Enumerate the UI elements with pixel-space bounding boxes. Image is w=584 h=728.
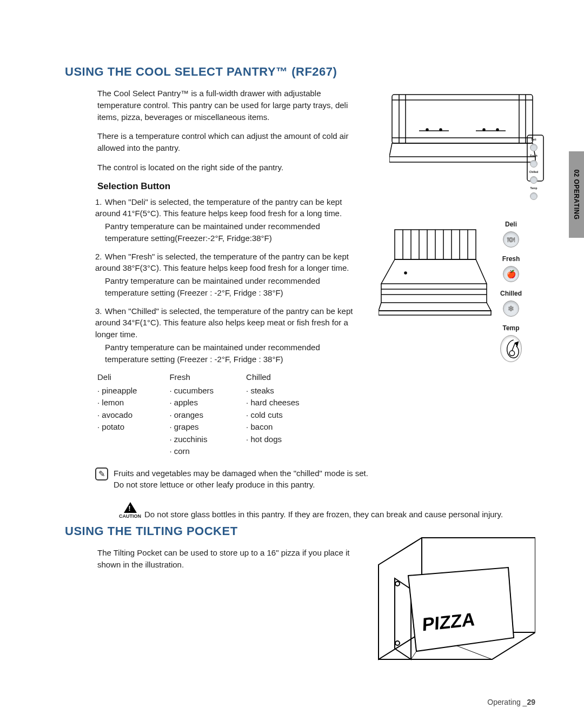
note-line1: Fruits and vegetables may be damaged whe…	[114, 467, 368, 479]
col-item: · apples	[169, 397, 214, 409]
button-dot-icon	[530, 192, 537, 200]
item-num: 1.	[95, 196, 105, 208]
col-item: · corn	[169, 445, 214, 458]
big-label-chilled: Chilled	[500, 290, 522, 297]
fresh-button-icon: 🍎	[503, 266, 519, 282]
svg-point-28	[509, 351, 515, 356]
col-head: Chilled	[246, 371, 299, 384]
button-dot-icon	[530, 144, 537, 151]
selection-list: 1.When "Deli" is selected, the temperatu…	[95, 196, 355, 365]
warning-icon	[124, 502, 137, 513]
list-item: 3.When "Chilled" is selected, the temper…	[95, 305, 355, 365]
col-item: · potato	[97, 421, 137, 433]
footer-label: Operating _	[487, 698, 527, 706]
temp-button-icon	[500, 335, 522, 362]
mini-label-deli: Deli	[531, 138, 536, 141]
item-num: 2.	[95, 251, 105, 263]
col-item: · cold cuts	[246, 409, 299, 422]
svg-rect-24	[379, 311, 491, 315]
col-deli: Deli · pineapple · lemon · avocado · pot…	[97, 371, 137, 458]
section1-title: USING THE COOL SELECT PANTRY™ (RF267)	[65, 65, 535, 79]
col-head: Deli	[97, 371, 137, 384]
s2-p1: The Tilting Pocket can be used to store …	[97, 547, 357, 571]
svg-point-32	[395, 641, 400, 645]
col-item: · pineapple	[97, 385, 137, 397]
caution-row: CAUTION Do not store glass bottles in th…	[119, 502, 535, 519]
col-item: · oranges	[169, 409, 214, 422]
svg-rect-0	[392, 95, 533, 143]
col-item: · zucchinis	[169, 433, 214, 446]
col-fresh: Fresh · cucumbers · apples · oranges · g…	[169, 371, 214, 458]
col-item: · cucumbers	[169, 385, 214, 397]
item-cont: Pantry temperature can be maintained und…	[105, 275, 355, 299]
list-item: 2.When "Fresh" is selected, the temperat…	[95, 251, 355, 299]
big-label-temp: Temp	[502, 324, 519, 332]
figure-tilting-pocket: PIZZA	[373, 535, 535, 665]
mini-label-chilled: Chilled	[529, 170, 539, 173]
s1-p1: The Cool Select Pantry™ is a full-width …	[97, 88, 357, 123]
mini-label-temp: Temp	[530, 186, 537, 190]
item-cont: Pantry temperature can be maintained und…	[105, 342, 355, 365]
figure-drawer-open	[379, 227, 492, 319]
col-item: · lemon	[97, 397, 137, 409]
col-item: · avocado	[97, 409, 137, 422]
caution-label: CAUTION	[119, 513, 141, 519]
big-label-fresh: Fresh	[502, 255, 520, 263]
caution-badge: CAUTION	[119, 502, 141, 519]
svg-point-27	[404, 272, 407, 274]
deli-button-icon: 🍽	[503, 231, 519, 248]
note-row: ✎ Fruits and vegetables may be damaged w…	[95, 467, 535, 490]
col-item: · hot dogs	[246, 433, 299, 446]
button-dot-icon	[530, 176, 537, 184]
note-line2: Do not store lettuce or other leafy prod…	[114, 479, 368, 490]
col-item: · hard cheeses	[246, 397, 299, 409]
item-head: When "Fresh" is selected, the temperatur…	[95, 252, 349, 273]
item-head: When "Chilled" is selected, the temperat…	[95, 306, 353, 339]
item-num: 3.	[95, 305, 105, 317]
item-head: When "Deli" is selected, the temperature…	[95, 197, 342, 218]
col-chilled: Chilled · steaks · hard cheeses · cold c…	[246, 371, 299, 458]
caution-text: Do not store glass bottles in this pantr…	[144, 510, 503, 519]
col-item: · grapes	[169, 421, 214, 433]
item-cont: Pantry temperature can be maintained und…	[105, 221, 355, 244]
chilled-button-icon: ❄	[503, 300, 519, 317]
footer: Operating _29	[487, 698, 535, 706]
control-panel-mini: Deli Fresh Chilled Temp	[526, 138, 542, 200]
big-label-deli: Deli	[505, 221, 517, 228]
figure-drawer-closed	[389, 92, 546, 184]
col-item: · bacon	[246, 421, 299, 433]
svg-line-29	[512, 343, 515, 351]
col-head: Fresh	[169, 371, 214, 384]
col-item: · steaks	[246, 385, 299, 397]
s1-p3: The control is located on the right side…	[97, 162, 357, 173]
note-icon: ✎	[95, 467, 108, 480]
button-dot-icon	[530, 160, 537, 168]
list-item: 1.When "Deli" is selected, the temperatu…	[95, 196, 355, 244]
s1-p2: There is a temperature control which can…	[97, 130, 357, 154]
mini-label-fresh: Fresh	[530, 154, 537, 157]
food-columns: Deli · pineapple · lemon · avocado · pot…	[97, 371, 535, 458]
control-panel-big: Deli 🍽 Fresh 🍎 Chilled ❄ Temp	[487, 216, 535, 362]
footer-page: 29	[527, 698, 535, 706]
svg-point-31	[395, 582, 400, 586]
